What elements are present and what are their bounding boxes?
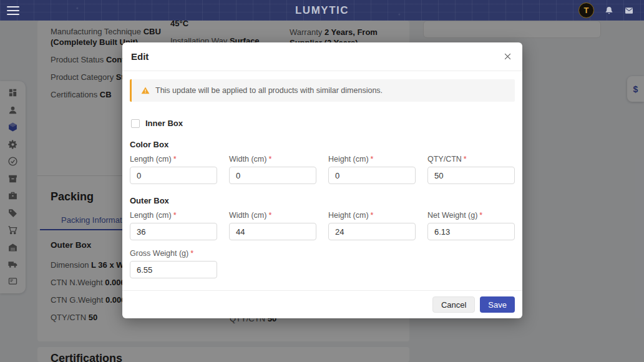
warning-alert: This update will be applied to all produ… [130, 79, 515, 102]
field-label: Height (cm) [328, 155, 416, 164]
warning-triangle-icon [141, 86, 150, 95]
field-label: Width (cm) [229, 211, 316, 220]
color-width-input[interactable] [229, 167, 316, 184]
field-label: Length (cm) [130, 155, 217, 164]
field-label: Width (cm) [229, 155, 316, 164]
outer-length-input[interactable] [130, 223, 217, 240]
outer-box-fields-row2: Gross Weight (g) [130, 249, 515, 278]
warning-text: This update will be applied to all produ… [155, 86, 383, 95]
field-color-height: Height (cm) [328, 155, 416, 184]
outer-width-input[interactable] [229, 223, 316, 240]
field-outer-net-weight: Net Weight (g) [427, 211, 515, 240]
color-height-input[interactable] [328, 167, 416, 184]
outer-gross-weight-input[interactable] [130, 261, 217, 278]
save-button[interactable]: Save [480, 296, 515, 313]
field-label: Height (cm) [328, 211, 416, 220]
field-outer-height: Height (cm) [328, 211, 416, 240]
field-color-length: Length (cm) [130, 155, 217, 184]
modal-body: This update will be applied to all produ… [122, 71, 522, 290]
modal-header: Edit [122, 42, 522, 71]
outer-height-input[interactable] [328, 223, 416, 240]
modal-footer: Cancel Save [122, 290, 522, 318]
field-label: Net Weight (g) [427, 211, 515, 220]
outer-net-weight-input[interactable] [427, 223, 515, 240]
color-qty-input[interactable] [427, 167, 515, 184]
modal-title: Edit [131, 51, 149, 62]
inner-box-checkbox[interactable] [131, 119, 140, 128]
field-label: Gross Weight (g) [130, 249, 217, 258]
color-box-fields: Length (cm) Width (cm) Height (cm) QTY/C… [130, 155, 515, 184]
field-outer-width: Width (cm) [229, 211, 316, 240]
field-outer-gross-weight: Gross Weight (g) [130, 249, 217, 278]
field-label: Length (cm) [130, 211, 217, 220]
app-logo: LUMYTIC [0, 4, 644, 17]
inner-box-row: Inner Box [131, 119, 515, 128]
outer-box-fields: Length (cm) Width (cm) Height (cm) Net W… [130, 211, 515, 240]
close-icon[interactable] [501, 51, 514, 63]
inner-box-label: Inner Box [145, 119, 183, 128]
color-length-input[interactable] [130, 167, 217, 184]
app-header: LUMYTIC T [0, 0, 644, 21]
color-box-section-title: Color Box [130, 140, 515, 149]
cancel-button[interactable]: Cancel [432, 296, 475, 313]
edit-modal: Edit This update will be applied to all … [122, 42, 522, 318]
field-color-qty: QTY/CTN [427, 155, 515, 184]
outer-box-section-title: Outer Box [130, 196, 515, 205]
field-color-width: Width (cm) [229, 155, 316, 184]
field-outer-length: Length (cm) [130, 211, 217, 240]
field-label: QTY/CTN [427, 155, 515, 164]
